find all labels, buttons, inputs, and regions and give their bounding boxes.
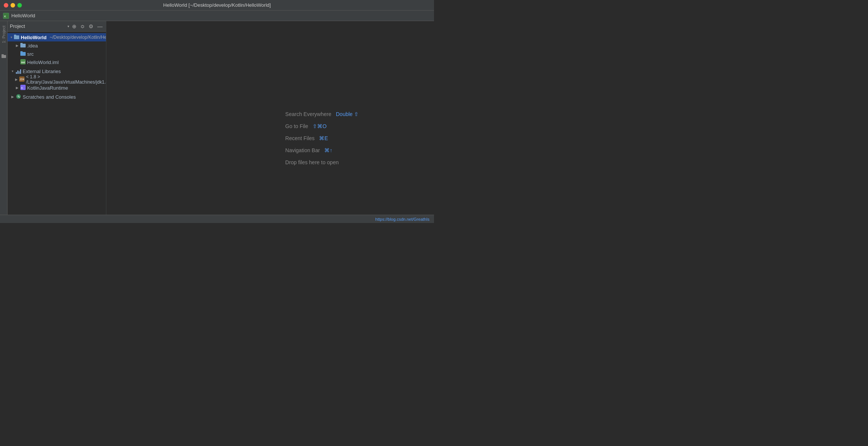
svg-rect-5 — [14, 35, 16, 36]
shortcut-navigation-bar: Navigation Bar ⌘↑ — [285, 147, 359, 153]
shortcut-label-drop: Drop files here to open — [285, 159, 339, 165]
tree-item-scratches[interactable]: ▶ ✎ Scratches and Consoles — [8, 93, 106, 101]
shortcut-go-to-file: Go to File ⇧⌘O — [285, 123, 359, 129]
tree-item-label-iml: HelloWorld.iml — [27, 60, 59, 65]
shortcut-key-goto: ⇧⌘O — [313, 123, 327, 129]
tree-item-label-scratches: Scratches and Consoles — [23, 94, 76, 100]
extlibs-icon — [16, 69, 21, 74]
tree-item-label-idea: .idea — [27, 43, 38, 49]
tree-arrow-root: ▾ — [11, 35, 12, 39]
tree-item-label-src: src — [27, 51, 34, 57]
project-toolbar: Project ▾ ⊕ ≎ ⚙ — — [8, 21, 106, 32]
folder-icon-root — [14, 34, 19, 40]
shortcut-key-recent: ⌘E — [319, 135, 328, 141]
svg-text:K: K — [21, 86, 23, 90]
project-panel-title: Project — [10, 23, 66, 29]
tree-item-label-kotlin-runtime: KotlinJavaRuntime — [27, 85, 68, 91]
tree-arrow-extlibs: ▾ — [11, 69, 14, 73]
editor-area: Search Everywhere Double ⇧ Go to File ⇧⌘… — [106, 21, 434, 223]
minimize-button[interactable] — [11, 3, 15, 8]
shortcut-drop-files: Drop files here to open — [285, 159, 359, 165]
toolbar-scroll-btn[interactable]: ≎ — [79, 23, 86, 30]
tree-item-kotlin-runtime[interactable]: ▶ K KotlinJavaRuntime — [8, 84, 106, 92]
tree-item-idea[interactable]: ▶ .idea — [8, 41, 106, 50]
folder-icon-src — [20, 51, 26, 57]
folder-icon-idea — [20, 43, 26, 49]
tree-item-label-extlibs: External Libraries — [23, 69, 61, 74]
kotlin-runtime-icon: K — [20, 85, 26, 91]
title-bar: HelloWorld [~/Desktop/develop/Kotlin/Hel… — [0, 0, 434, 11]
toolbar-add-btn[interactable]: ⊕ — [71, 23, 78, 30]
tree-arrow-idea: ▶ — [15, 44, 19, 47]
shortcut-label-recent: Recent Files — [285, 135, 315, 141]
shortcut-label-goto: Go to File — [285, 123, 308, 129]
side-tab-bar: 1: Project — [0, 21, 8, 223]
svg-text:iml: iml — [21, 61, 25, 64]
shortcut-search-everywhere: Search Everywhere Double ⇧ — [285, 111, 359, 117]
project-tab[interactable]: 1: Project — [0, 23, 7, 46]
shortcut-key-nav: ⌘↑ — [324, 147, 332, 153]
tree-item-iml[interactable]: ▶ iml HelloWorld.iml — [8, 58, 106, 66]
tree-item-src[interactable]: ▶ src — [8, 50, 106, 58]
svg-rect-3 — [2, 54, 4, 55]
app-header: K HelloWorld — [0, 11, 434, 21]
svg-text:K: K — [4, 15, 6, 18]
window-title: HelloWorld [~/Desktop/develop/Kotlin/Hel… — [163, 2, 271, 8]
tree-arrow-src: ▶ — [15, 52, 19, 56]
jdk-icon: JDK — [19, 76, 25, 83]
shortcut-key-search: Double ⇧ — [336, 111, 359, 117]
app-title: HelloWorld — [11, 13, 35, 18]
shortcut-recent-files: Recent Files ⌘E — [285, 135, 359, 141]
toolbar-gear-btn[interactable]: ⚙ — [87, 23, 95, 30]
file-tree: ▾ HelloWorld ~/Desktop/develop/Kotlin/He… — [8, 32, 106, 223]
svg-rect-9 — [20, 51, 23, 53]
project-panel: Project ▾ ⊕ ≎ ⚙ — ▾ HelloWorld ~/Desktop… — [8, 21, 106, 223]
tree-arrow-iml: ▶ — [15, 60, 19, 64]
tree-item-jdk[interactable]: ▶ JDK < 1.8 > /Library/Java/JavaVirtualM… — [8, 75, 106, 84]
close-button[interactable] — [4, 3, 8, 8]
tree-root-path: ~/Desktop/develop/Kotlin/HelloWorld — [49, 35, 106, 40]
tree-item-root[interactable]: ▾ HelloWorld ~/Desktop/develop/Kotlin/He… — [8, 33, 106, 41]
tree-item-label-jdk: < 1.8 > /Library/Java/JavaVirtualMachine… — [26, 74, 106, 85]
iml-icon: iml — [20, 59, 26, 66]
svg-text:✎: ✎ — [17, 95, 20, 99]
shortcut-label-nav: Navigation Bar — [285, 147, 320, 153]
tree-arrow-scratches: ▶ — [11, 95, 14, 99]
tree-arrow-jdk: ▶ — [15, 78, 18, 81]
main-layout: 1: Project Project ▾ ⊕ ≎ ⚙ — ▾ — [0, 21, 434, 223]
svg-rect-7 — [20, 43, 23, 44]
traffic-lights — [4, 3, 22, 8]
project-dropdown-arrow[interactable]: ▾ — [67, 24, 69, 28]
app-icon: K — [3, 13, 9, 19]
toolbar-minimize-btn[interactable]: — — [96, 23, 104, 30]
tree-arrow-kotlin-runtime: ▶ — [15, 86, 19, 90]
status-link[interactable]: https://blog.csdn.net/GreathIs — [375, 217, 429, 221]
status-bar: https://blog.csdn.net/GreathIs — [0, 215, 434, 223]
maximize-button[interactable] — [17, 3, 22, 8]
scratches-icon: ✎ — [16, 94, 21, 100]
svg-rect-2 — [2, 55, 6, 58]
shortcut-hints: Search Everywhere Double ⇧ Go to File ⇧⌘… — [285, 111, 359, 165]
tree-root-label: HelloWorld — [21, 35, 46, 40]
folder-tab-icon[interactable] — [1, 53, 6, 60]
svg-text:JDK: JDK — [20, 78, 25, 81]
shortcut-label-search: Search Everywhere — [285, 111, 331, 117]
bar-chart-icon — [16, 69, 21, 74]
